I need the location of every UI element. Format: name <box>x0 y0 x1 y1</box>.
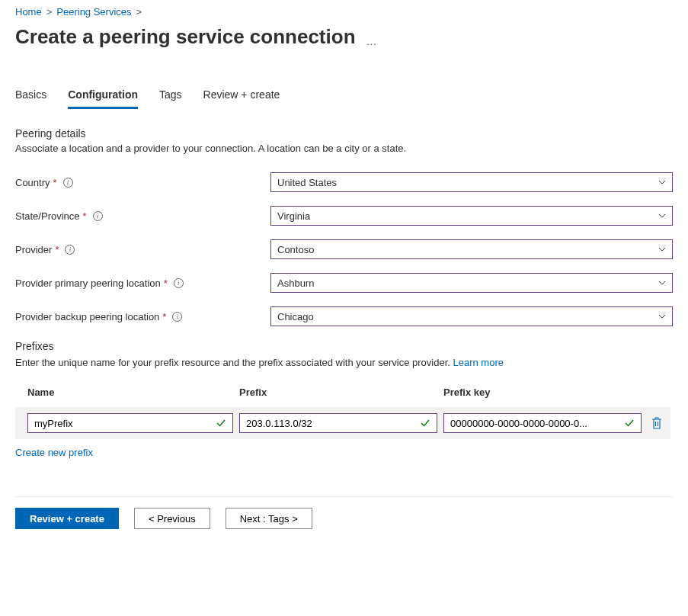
tab-configuration[interactable]: Configuration <box>68 88 138 109</box>
state-label-wrap: State/Province * i <box>15 210 270 222</box>
prefix-name-input-wrap <box>27 413 233 433</box>
chevron-down-icon <box>658 178 666 186</box>
tab-review-create[interactable]: Review + create <box>203 88 280 109</box>
prefix-row <box>15 407 670 439</box>
chevron-down-icon <box>658 245 666 253</box>
page-title: Create a peering service connection <box>15 25 356 49</box>
prefixes-title: Prefixes <box>15 340 673 352</box>
info-icon[interactable]: i <box>172 312 182 322</box>
chevron-down-icon <box>658 313 666 320</box>
prefix-key-input[interactable] <box>450 418 619 429</box>
field-backup-location: Provider backup peering location * i Chi… <box>15 306 673 326</box>
chevron-down-icon <box>658 279 666 287</box>
backup-location-value: Chicago <box>277 311 314 322</box>
prefix-key-input-wrap <box>443 413 642 433</box>
more-actions-icon[interactable]: … <box>366 28 378 47</box>
check-icon <box>420 418 430 428</box>
peering-details-description: Associate a location and a provider to y… <box>15 143 673 154</box>
provider-label-wrap: Provider * i <box>15 244 270 255</box>
create-new-prefix-link[interactable]: Create new prefix <box>15 447 93 458</box>
next-button[interactable]: Next : Tags > <box>226 508 312 529</box>
state-select[interactable]: Virginia <box>270 206 673 226</box>
breadcrumb-separator: > <box>46 6 53 18</box>
peering-details-title: Peering details <box>15 127 673 140</box>
prefixes-description-text: Enter the unique name for your prefix re… <box>15 357 453 368</box>
breadcrumb-separator: > <box>136 6 142 18</box>
delete-prefix-button[interactable] <box>648 414 666 432</box>
review-create-button[interactable]: Review + create <box>15 508 119 529</box>
required-marker: * <box>55 244 59 255</box>
info-icon[interactable]: i <box>93 211 103 221</box>
country-value: United States <box>277 177 337 188</box>
backup-location-select[interactable]: Chicago <box>270 306 673 326</box>
previous-button[interactable]: < Previous <box>134 508 210 529</box>
title-row: Create a peering service connection … <box>15 25 673 49</box>
check-icon <box>624 418 635 428</box>
required-marker: * <box>53 177 57 188</box>
tab-tags[interactable]: Tags <box>159 88 182 109</box>
required-marker: * <box>83 210 87 222</box>
state-value: Virginia <box>277 210 310 222</box>
prefix-name-input[interactable] <box>34 418 211 429</box>
required-marker: * <box>162 311 166 322</box>
chevron-down-icon <box>658 212 666 220</box>
check-icon <box>216 418 226 428</box>
prefix-table: Name Prefix Prefix key <box>15 387 670 439</box>
field-primary-location: Provider primary peering location * i As… <box>15 273 673 293</box>
col-prefix: Prefix <box>239 387 437 398</box>
backup-location-label: Provider backup peering location <box>15 311 159 322</box>
country-label-wrap: Country * i <box>15 177 270 188</box>
breadcrumb-peering-services[interactable]: Peering Services <box>56 6 131 18</box>
col-name: Name <box>27 387 233 398</box>
primary-location-label: Provider primary peering location <box>15 278 161 289</box>
trash-icon <box>651 417 662 429</box>
country-label: Country <box>15 177 50 188</box>
breadcrumb: Home > Peering Services > <box>15 6 673 18</box>
backup-location-label-wrap: Provider backup peering location * i <box>15 311 270 322</box>
primary-location-label-wrap: Provider primary peering location * i <box>15 278 270 289</box>
provider-label: Provider <box>15 244 52 255</box>
footer: Review + create < Previous Next : Tags > <box>15 496 673 529</box>
field-state: State/Province * i Virginia <box>15 206 673 226</box>
primary-location-select[interactable]: Ashburn <box>270 273 673 293</box>
state-label: State/Province <box>15 210 80 222</box>
primary-location-value: Ashburn <box>277 278 314 289</box>
field-country: Country * i United States <box>15 172 673 192</box>
country-select[interactable]: United States <box>270 172 673 192</box>
col-key: Prefix key <box>443 387 642 398</box>
learn-more-link[interactable]: Learn more <box>453 357 503 368</box>
prefix-value-input[interactable] <box>246 418 415 429</box>
field-provider: Provider * i Contoso <box>15 239 673 259</box>
provider-select[interactable]: Contoso <box>270 239 673 259</box>
provider-value: Contoso <box>277 244 314 255</box>
prefix-value-input-wrap <box>239 413 437 433</box>
tabs: Basics Configuration Tags Review + creat… <box>15 88 673 109</box>
info-icon[interactable]: i <box>63 178 73 188</box>
info-icon[interactable]: i <box>65 245 75 255</box>
breadcrumb-home[interactable]: Home <box>15 6 42 18</box>
required-marker: * <box>164 278 168 289</box>
prefixes-description: Enter the unique name for your prefix re… <box>15 357 673 368</box>
tab-basics[interactable]: Basics <box>15 88 46 109</box>
info-icon[interactable]: i <box>174 278 184 288</box>
prefix-table-header: Name Prefix Prefix key <box>15 387 670 407</box>
